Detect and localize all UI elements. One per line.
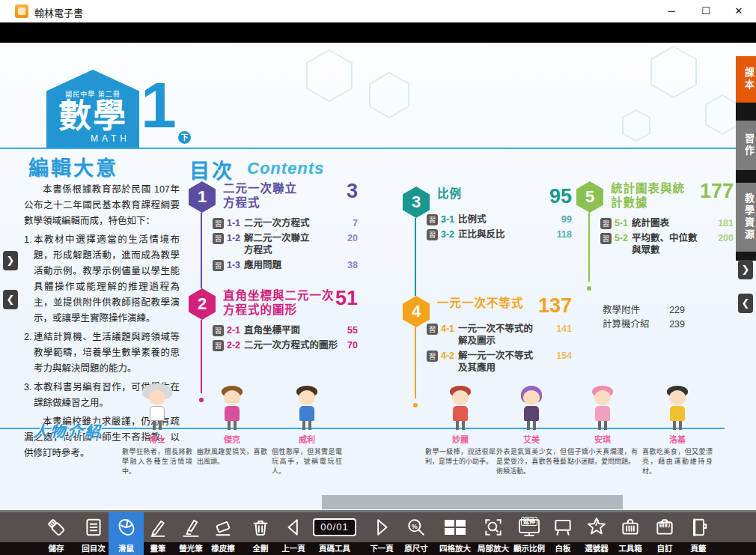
toc-item[interactable]: 習 4-2 解一元一次不等式及其應用 154 <box>427 350 572 374</box>
toc-item[interactable]: 習 3-1 比例式 99 <box>427 213 572 225</box>
list-text: 本教材中選擇適當的生活情境布題，形成解題活動，進而成為教學活動示例。教學示例儘量… <box>34 234 180 324</box>
chapter-title[interactable]: 一元一次不等式 <box>437 296 524 315</box>
delete-all-button[interactable]: 全刪 <box>243 512 278 555</box>
svg-text:%: % <box>412 523 418 530</box>
chapter-number-hexagon: 3 <box>403 186 430 218</box>
toc-item[interactable]: 習 1-1 二元一次方程式 7 <box>213 217 358 229</box>
left-panel-back-arrow[interactable]: ❮ <box>3 290 18 309</box>
character-name: 博士 <box>122 433 192 445</box>
character-illustration <box>443 383 478 431</box>
black-banner <box>0 22 756 43</box>
tab-teaching-resources[interactable]: 教學資源 <box>736 183 756 252</box>
chapter-number-hexagon: 1 <box>189 181 216 213</box>
edit-paragraph: 本書係根據教育部於民國 107年公布之十二年國民基本教育課程綱要數學領域編輯而成… <box>24 182 180 229</box>
page-tab-button[interactable]: 頁籤 <box>681 512 716 555</box>
save-button[interactable]: 儲存 <box>39 512 73 555</box>
toc-item[interactable]: 習 5-1 統計圖表 181 <box>600 217 734 229</box>
divider-top <box>0 148 756 149</box>
list-number: 1. <box>24 232 31 248</box>
toc-chapter-1[interactable]: 1 二元一次聯立方程式 3 習 1-1 二元一次方程式 7 習 1-2 解二元一… <box>189 181 358 274</box>
previous-page-button[interactable]: 上一頁 <box>276 512 311 555</box>
edit-section-heading: 編輯大意 <box>28 152 118 181</box>
toc-chapter-5[interactable]: 5 統計圖表與統計數據 177 習 5-1 統計圖表 181 習 5-2 平均數… <box>576 181 734 259</box>
chapter-number-hexagon: 4 <box>403 296 430 327</box>
exercise-badge: 習 <box>427 214 438 225</box>
whiteboard-icon <box>552 512 573 542</box>
minimize-button[interactable]: ─ <box>660 3 683 19</box>
chapter-timeline <box>201 320 202 393</box>
right-panel-forward-arrow[interactable]: ❯ <box>738 260 753 279</box>
toc-item[interactable]: 習 1-3 應用問題 38 <box>213 259 358 271</box>
chapter-page: 51 <box>335 288 358 317</box>
quad-zoom-icon <box>442 512 468 542</box>
toc-item[interactable]: 習 2-1 直角坐標平面 55 <box>213 324 358 336</box>
character-description: 個子嬌小天真爛漫，有點小迷糊，愛問問題。 <box>567 447 638 467</box>
tab-textbook[interactable]: 課本 <box>736 56 756 103</box>
page-number-tool[interactable]: 00/01 頁碼工具 <box>312 512 357 555</box>
chapter-title[interactable]: 比例 <box>437 186 462 206</box>
character-illustration <box>140 383 174 431</box>
app-window: 翰林電子書 ─ ☐ ✕ 國民中學 第二冊 數學 MATH 1 下 編輯大意 <box>0 0 756 555</box>
toc-appendix: 教學附件 229 計算機介紹 239 <box>603 303 685 332</box>
eraser-tool-button[interactable]: 橡皮擦 <box>206 512 240 555</box>
edit-list-item: 1. 本教材中選擇適當的生活情境布題，形成解題活動，進而成為教學活動示例。教學示… <box>24 232 180 327</box>
app-icon <box>15 4 28 18</box>
maximize-button[interactable]: ☐ <box>695 3 717 19</box>
chapter-page: 95 <box>549 186 572 206</box>
chapter-page: 137 <box>538 296 572 315</box>
list-number: 3. <box>24 380 31 395</box>
trash-icon <box>250 512 271 542</box>
highlighter-tool-button[interactable]: 螢光筆 <box>174 512 208 555</box>
previous-page-icon <box>283 512 304 542</box>
character-description: 外表是氣質美少女，但是愛耍冷，喜歡各種藝術類活動。 <box>496 447 567 476</box>
horizontal-scrollbar-thumb[interactable] <box>322 495 623 509</box>
chapter-timeline <box>201 213 202 288</box>
right-panel-back-arrow[interactable]: ❮ <box>738 294 753 313</box>
toc-chapter-3[interactable]: 3 比例 95 習 3-1 比例式 99 習 3-2 正比與反比 118 <box>403 186 572 243</box>
tab-workbook[interactable]: 習作 <box>736 121 756 170</box>
quad-zoom-button[interactable]: 四格放大 <box>438 512 472 555</box>
appendix-row[interactable]: 計算機介紹 239 <box>603 318 685 332</box>
exercise-badge: 習 <box>600 233 612 244</box>
mouse-tool-button[interactable]: 滑鼠 <box>109 512 144 555</box>
close-button[interactable]: ✕ <box>728 3 750 19</box>
logo-subject-en: MATH <box>46 133 139 144</box>
exercise-badge: 習 <box>427 351 438 362</box>
toc-item[interactable]: 習 2-2 二元一次方程式的圖形 70 <box>213 339 358 351</box>
character-card: 博士 數學狂熱者，擅長將數學融入各種生活情境中。 <box>122 383 192 476</box>
partial-zoom-button[interactable]: 局部放大 <box>476 512 510 555</box>
number-picker-button[interactable]: 7 選號器 <box>579 512 614 555</box>
save-icon <box>46 512 67 542</box>
toc-item[interactable]: 習 4-1 一元一次不等式的解及圖示 141 <box>427 323 572 347</box>
character-description: 個性憨厚，但其實是電玩高手，號稱電玩狂人。 <box>272 447 342 476</box>
toc-item[interactable]: 習 3-2 正比與反比 118 <box>427 228 572 240</box>
appendix-row[interactable]: 教學附件 229 <box>603 303 685 318</box>
custom-button[interactable]: 自訂 自訂 <box>647 512 682 555</box>
whiteboard-button[interactable]: 白板 <box>546 512 580 555</box>
edit-list-item: 2. 連結計算機、生活議題與跨領域等教學範疇，培養學生數學素養的思考力與解決問題… <box>24 330 180 377</box>
page-tab-icon <box>688 512 709 542</box>
character-illustration <box>514 383 549 431</box>
characters-heading: 人物介紹 <box>33 419 102 441</box>
next-page-button[interactable]: 下一頁 <box>365 512 399 555</box>
left-panel-forward-arrow[interactable]: ❯ <box>3 251 18 270</box>
back-to-toc-button[interactable]: 回目次 <box>76 512 111 555</box>
character-name: 妙麗 <box>425 433 496 445</box>
chapter-title[interactable]: 直角坐標與二元一次方程式的圖形 <box>223 288 335 317</box>
toc-chapter-4[interactable]: 4 一元一次不等式 137 習 4-1 一元一次不等式的解及圖示 141 習 4… <box>403 296 572 377</box>
character-name: 洛基 <box>642 433 713 445</box>
toc-item[interactable]: 習 1-2 解二元一次聯立方程式 20 <box>213 232 358 256</box>
chapter-title[interactable]: 二元一次聯立方程式 <box>223 181 302 210</box>
character-card: 傑克 幽默風趣愛搞笑，喜歡出風頭。 <box>197 383 267 467</box>
display-ratio-icon: 延伸 <box>517 512 541 542</box>
page-indicator[interactable]: 00/01 <box>313 518 356 536</box>
pen-tool-button[interactable]: 畫筆 <box>141 512 175 555</box>
chapter-number-hexagon: 2 <box>189 288 216 320</box>
chapter-title[interactable]: 統計圖表與統計數據 <box>611 181 689 210</box>
character-card: 艾美 外表是氣質美少女，但是愛耍冷，喜歡各種藝術類活動。 <box>496 383 567 476</box>
toolbox-button[interactable]: 工具箱 <box>613 512 647 555</box>
original-size-button[interactable]: % 原尺寸 <box>399 512 433 555</box>
toc-chapter-2[interactable]: 2 直角坐標與二元一次方程式的圖形 51 習 2-1 直角坐標平面 55 習 2… <box>189 288 358 354</box>
display-ratio-button[interactable]: 延伸 顯示比例 <box>512 512 546 555</box>
toc-item[interactable]: 習 5-2 平均數、中位數與眾數 200 <box>600 232 734 256</box>
